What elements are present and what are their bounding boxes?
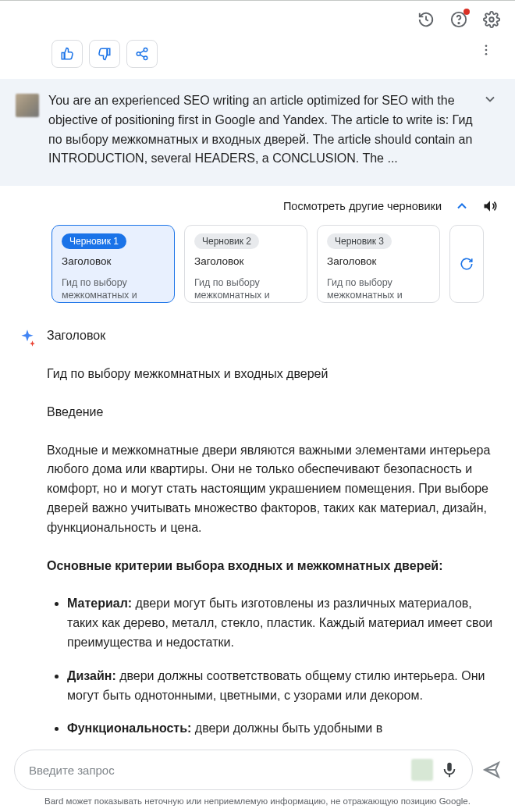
- speaker-icon[interactable]: [482, 198, 498, 214]
- intro-label: Введение: [47, 403, 498, 422]
- svg-line-6: [140, 51, 144, 53]
- svg-point-9: [485, 49, 488, 52]
- draft-heading: Заголовок: [327, 255, 430, 267]
- svg-point-8: [485, 45, 488, 47]
- svg-line-7: [140, 55, 144, 57]
- draft-card-1[interactable]: Черновик 1 Заголовок Гид по выбору межко…: [52, 225, 175, 303]
- avatar: [16, 94, 39, 117]
- article-heading: Заголовок: [47, 326, 498, 346]
- draft-card-3[interactable]: Черновик 3 Заголовок Гид по выбору межко…: [317, 225, 440, 303]
- thumbs-up-button[interactable]: [52, 40, 83, 68]
- svg-point-3: [144, 48, 147, 52]
- draft-heading: Заголовок: [194, 255, 297, 267]
- svg-point-1: [458, 23, 459, 23]
- list-item: Функциональность: двери должны быть удоб…: [67, 719, 498, 739]
- draft-chip: Черновик 3: [327, 233, 392, 249]
- draft-snippet: Гид по выбору межкомнатных и: [327, 276, 430, 302]
- criteria-heading: Основные критерии выбора входных и межко…: [47, 557, 498, 576]
- draft-snippet: Гид по выбору межкомнатных и: [194, 276, 297, 302]
- drafts-header: Посмотреть другие черновики: [0, 186, 515, 222]
- more-menu-icon[interactable]: [479, 43, 493, 57]
- history-icon[interactable]: [417, 10, 435, 29]
- microphone-icon[interactable]: [441, 761, 458, 778]
- svg-point-10: [485, 53, 488, 55]
- draft-snippet: Гид по выбору межкомнатных и: [62, 276, 165, 302]
- list-item: Материал: двери могут быть изготовлены и…: [67, 594, 498, 652]
- share-button[interactable]: [126, 40, 158, 68]
- thumbs-down-button[interactable]: [89, 40, 120, 68]
- view-other-drafts-label[interactable]: Посмотреть другие черновики: [283, 200, 442, 212]
- notification-badge: [464, 9, 470, 15]
- response-content: Заголовок Гид по выбору межкомнатных и в…: [0, 306, 515, 753]
- send-button[interactable]: [482, 760, 501, 779]
- article-title: Гид по выбору межкомнатных и входных две…: [47, 365, 498, 384]
- attachment-thumbnail[interactable]: [411, 759, 433, 781]
- svg-point-5: [144, 56, 147, 60]
- top-toolbar: [0, 1, 515, 35]
- prompt-input[interactable]: Введите запрос: [14, 750, 473, 790]
- bard-sparkle-icon: [17, 328, 37, 348]
- draft-chip: Черновик 2: [194, 233, 259, 249]
- draft-heading: Заголовок: [62, 255, 165, 267]
- response-actions: [0, 35, 515, 79]
- gear-icon[interactable]: [482, 10, 501, 29]
- intro-paragraph: Входные и межкомнатные двери являются ва…: [47, 441, 498, 538]
- list-item: Дизайн: двери должны соответствовать общ…: [67, 667, 498, 706]
- disclaimer-text: Bard может показывать неточную или непри…: [14, 796, 501, 806]
- prompt-text: You are an experienced SEO writing an ar…: [48, 91, 499, 169]
- expand-prompt-icon[interactable]: [482, 91, 498, 107]
- input-placeholder: Введите запрос: [29, 764, 403, 777]
- help-icon[interactable]: [449, 10, 468, 29]
- draft-cards-row: Черновик 1 Заголовок Гид по выбору межко…: [0, 222, 515, 306]
- draft-card-2[interactable]: Черновик 2 Заголовок Гид по выбору межко…: [184, 225, 307, 303]
- draft-chip: Черновик 1: [62, 233, 126, 249]
- refresh-icon: [460, 257, 474, 271]
- svg-point-4: [137, 52, 140, 56]
- svg-point-2: [489, 17, 494, 22]
- regenerate-button[interactable]: [449, 225, 484, 303]
- chevron-up-icon[interactable]: [454, 198, 470, 214]
- user-prompt: You are an experienced SEO writing an ar…: [0, 79, 515, 186]
- article-body: Заголовок Гид по выбору межкомнатных и в…: [47, 326, 498, 753]
- criteria-list: Материал: двери могут быть изготовлены и…: [47, 594, 498, 739]
- input-area: Введите запрос Bard может показывать нет…: [0, 740, 515, 812]
